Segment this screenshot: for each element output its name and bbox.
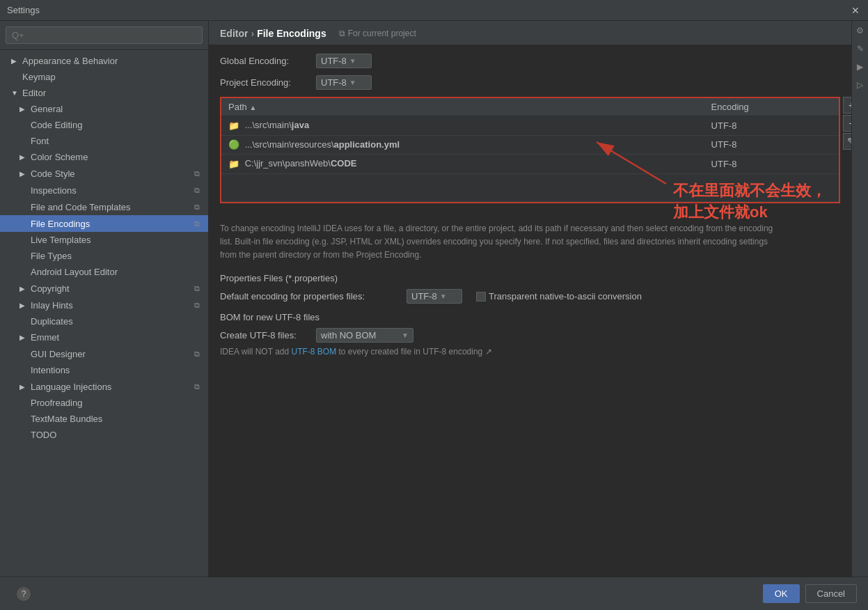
- panel-icon-3[interactable]: ▶: [853, 60, 867, 74]
- sidebar-item-emmet[interactable]: ▶ Emmet: [0, 329, 208, 345]
- sidebar-item-label: File and Code Templates: [31, 202, 131, 212]
- breadcrumb-separator: ›: [251, 28, 254, 39]
- path-cell: 📁 ...\src\main\java: [221, 116, 704, 136]
- project-encoding-value: UTF-8: [321, 77, 347, 88]
- default-encoding-label: Default encoding for properties files:: [220, 291, 401, 302]
- sidebar-item-general[interactable]: ▶ General: [0, 101, 208, 117]
- sidebar-item-proofreading[interactable]: Proofreading: [0, 395, 208, 411]
- sort-arrow-icon: ▲: [249, 104, 256, 111]
- content-header: Editor › File Encodings ⧉ For current pr…: [209, 21, 851, 45]
- sidebar-item-editor[interactable]: ▼ Editor: [0, 85, 208, 101]
- sidebar-item-label: General: [31, 104, 63, 114]
- sidebar-item-gui-designer[interactable]: GUI Designer ⧉: [0, 345, 208, 362]
- transparent-checkbox[interactable]: [476, 292, 486, 302]
- encoding-table-wrapper: Path ▲ Encoding: [220, 97, 840, 203]
- ok-button[interactable]: OK: [763, 584, 800, 603]
- arrow-icon: ▶: [19, 153, 28, 161]
- sidebar-item-label: Color Scheme: [31, 152, 88, 162]
- copy-badge-icon: ⧉: [191, 381, 203, 392]
- bom-section-title: BOM for new UTF-8 files: [220, 312, 840, 322]
- bom-create-select[interactable]: with NO BOM ▼: [316, 328, 413, 343]
- sidebar-item-inspections[interactable]: Inspections ⧉: [0, 182, 208, 198]
- project-encoding-label: Project Encoding:: [220, 77, 310, 88]
- default-encoding-select[interactable]: UTF-8 ▼: [407, 289, 462, 304]
- add-row-button[interactable]: +: [843, 97, 851, 114]
- sidebar-item-label: Code Style: [31, 169, 75, 179]
- table-row[interactable]: 🟢 ...\src\main\resources\application.yml…: [221, 135, 839, 155]
- close-btn[interactable]: ✕: [850, 5, 861, 16]
- panel-icon-2[interactable]: ✎: [853, 42, 867, 56]
- sidebar-item-file-encodings[interactable]: File Encodings ⧉: [0, 215, 208, 232]
- sidebar-item-label: Editor: [22, 88, 46, 98]
- sidebar-item-file-code-templates[interactable]: File and Code Templates ⧉: [0, 198, 208, 215]
- table-actions: + − ✎: [843, 97, 851, 150]
- arrow-icon: ▶: [19, 285, 28, 292]
- arrow-icon: ▶: [19, 170, 28, 178]
- sidebar-item-file-types[interactable]: File Types: [0, 248, 208, 264]
- project-encoding-row: Project Encoding: UTF-8 ▼: [220, 75, 840, 90]
- sidebar-item-language-injections[interactable]: ▶ Language Injections ⧉: [0, 378, 208, 395]
- breadcrumb-parent: Editor: [220, 28, 248, 39]
- sidebar-item-font[interactable]: Font: [0, 133, 208, 149]
- sidebar-item-android-layout[interactable]: Android Layout Editor: [0, 264, 208, 280]
- sidebar: ▶ Appearance & Behavior Keymap ▼ Editor …: [0, 21, 209, 577]
- search-box: [0, 21, 208, 50]
- sidebar-tree: ▶ Appearance & Behavior Keymap ▼ Editor …: [0, 50, 208, 577]
- cancel-button[interactable]: Cancel: [805, 584, 857, 603]
- sidebar-item-label: File Types: [31, 251, 72, 261]
- sidebar-item-live-templates[interactable]: Live Templates: [0, 232, 208, 248]
- sidebar-item-duplicates[interactable]: Duplicates: [0, 313, 208, 329]
- content-area: Editor › File Encodings ⧉ For current pr…: [209, 21, 851, 577]
- copy-badge-icon: ⧉: [191, 299, 203, 311]
- sidebar-item-textmate[interactable]: TextMate Bundles: [0, 411, 208, 427]
- bom-section: BOM for new UTF-8 files Create UTF-8 fil…: [220, 312, 840, 357]
- sidebar-item-label: Keymap: [22, 72, 56, 82]
- sidebar-item-appearance[interactable]: ▶ Appearance & Behavior: [0, 53, 208, 69]
- copy-badge-icon: ⧉: [191, 185, 203, 196]
- search-input[interactable]: [6, 26, 203, 44]
- remove-row-button[interactable]: −: [843, 115, 851, 132]
- content-body: Global Encoding: UTF-8 ▼ Project Encodin…: [209, 45, 851, 577]
- sidebar-item-label: Language Injections: [31, 382, 111, 392]
- sidebar-item-intentions[interactable]: Intentions: [0, 362, 208, 378]
- sidebar-item-label: Live Templates: [31, 235, 90, 245]
- help-button[interactable]: ?: [17, 587, 31, 601]
- encoding-cell: UTF-8: [704, 116, 839, 136]
- project-badge: ⧉ For current project: [339, 29, 416, 38]
- sidebar-item-color-scheme[interactable]: ▶ Color Scheme: [0, 149, 208, 165]
- copy-badge-icon: ⧉: [191, 168, 203, 179]
- sidebar-item-code-editing[interactable]: Code Editing: [0, 117, 208, 133]
- arrow-icon: ▶: [19, 105, 28, 113]
- arrow-icon: ▶: [19, 383, 28, 391]
- copy-icon: ⧉: [339, 29, 345, 38]
- path-value: C:\jjr_svn\panshWeb\CODE: [245, 158, 357, 169]
- panel-icon-4[interactable]: ▷: [853, 78, 867, 92]
- table-row[interactable]: 📁 C:\jjr_svn\panshWeb\CODE UTF-8: [221, 155, 839, 174]
- sidebar-item-label: File Encodings: [31, 219, 90, 229]
- panel-icon-1[interactable]: ⚙: [853, 24, 867, 38]
- bom-note-prefix: IDEA will NOT add: [220, 347, 291, 357]
- titlebar-controls: ✕: [850, 5, 861, 16]
- sidebar-item-copyright[interactable]: ▶ Copyright ⧉: [0, 280, 208, 297]
- default-encoding-value: UTF-8: [411, 291, 437, 302]
- sidebar-item-inlay-hints[interactable]: ▶ Inlay Hints ⧉: [0, 297, 208, 313]
- encoding-cell: UTF-8: [704, 135, 839, 155]
- copy-badge-icon: ⧉: [191, 201, 203, 212]
- encoding-table-container: Path ▲ Encoding: [220, 97, 840, 212]
- breadcrumb-current: File Encodings: [257, 28, 326, 39]
- sidebar-item-keymap[interactable]: Keymap: [0, 69, 208, 85]
- project-badge-label: For current project: [348, 29, 416, 38]
- copy-badge-icon: ⧉: [191, 348, 203, 359]
- table-row[interactable]: 📁 ...\src\main\java UTF-8: [221, 116, 839, 136]
- global-encoding-value: UTF-8: [321, 56, 347, 66]
- bom-create-value: with NO BOM: [321, 330, 376, 341]
- project-encoding-select[interactable]: UTF-8 ▼: [316, 75, 372, 90]
- sidebar-item-todo[interactable]: TODO: [0, 427, 208, 443]
- sidebar-item-code-style[interactable]: ▶ Code Style ⧉: [0, 165, 208, 182]
- bom-note-link[interactable]: UTF-8 BOM: [291, 347, 336, 357]
- settings-window: Settings ✕ ▶ Appearance & Behavior Keyma…: [0, 0, 868, 610]
- titlebar: Settings ✕: [0, 0, 868, 21]
- edit-row-button[interactable]: ✎: [843, 133, 851, 150]
- global-encoding-select[interactable]: UTF-8 ▼: [316, 54, 372, 68]
- dropdown-arrow-icon: ▼: [349, 79, 356, 86]
